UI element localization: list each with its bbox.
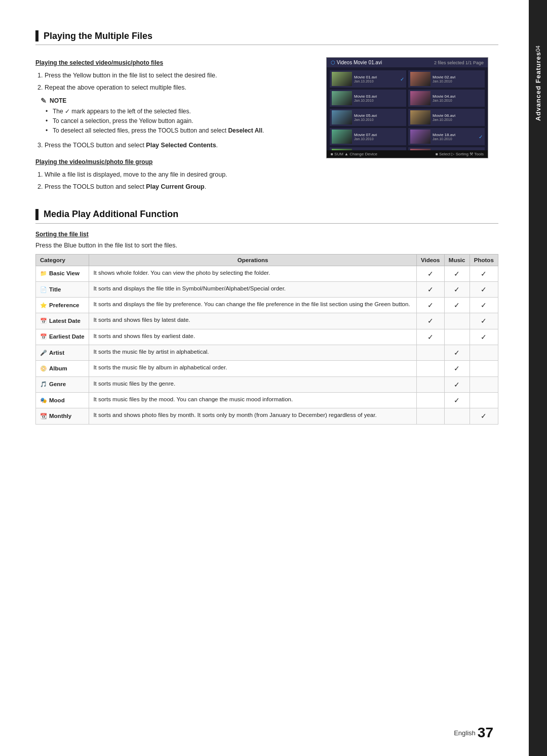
tv-item-date: Jan.10.2010 bbox=[433, 137, 477, 141]
step-2: Repeat the above operation to select mul… bbox=[45, 82, 311, 93]
chapter-number: 04 bbox=[535, 46, 541, 52]
videos-check: ✓ bbox=[416, 298, 444, 313]
subsec2-step-2: Press the TOOLS button and select Play C… bbox=[45, 182, 311, 192]
tv-item-info: Movie 05.avi Jan.10.2010 bbox=[354, 113, 404, 121]
music-check: ✓ bbox=[444, 361, 470, 376]
cat-cell: 📄Title bbox=[36, 281, 89, 297]
tv-item-check: ✓ bbox=[400, 76, 404, 82]
cat-icon: 📁 bbox=[40, 270, 47, 276]
videos-check: ✓ bbox=[416, 313, 444, 329]
note-item-2: To cancel a selection, press the Yellow … bbox=[46, 116, 311, 126]
description-cell: It sorts and displays the file by prefer… bbox=[89, 298, 416, 313]
music-check bbox=[444, 313, 470, 329]
videos-check bbox=[416, 345, 444, 361]
cat-cell: 📁Basic View bbox=[36, 266, 89, 281]
tv-item-info: Movie 01.avi Jan.13.2010 bbox=[354, 75, 398, 83]
table-row: 🎵Genre It sorts music files by the genre… bbox=[36, 376, 498, 392]
tv-header: ⬡ Videos Movie 01.avi 2 files selected 1… bbox=[327, 58, 488, 67]
tv-footer-right: ■ Select ▷ Sorting ⚒ Tools bbox=[436, 152, 484, 156]
tv-item-info: Movie 06.avi Jan.10.2010 bbox=[433, 113, 483, 121]
table-row: ⭐Preference It sorts and displays the fi… bbox=[36, 298, 498, 313]
tv-item: Movie 04.avi Jan.10.2010 bbox=[408, 90, 485, 107]
photos-check: ✓ bbox=[470, 266, 498, 281]
tv-item-info: Movie 04.avi Jan.10.2010 bbox=[433, 94, 483, 102]
tv-item-name: Movie 05.avi bbox=[354, 113, 404, 118]
description-cell: It sorts and shows photo files by month.… bbox=[89, 408, 416, 424]
cat-icon: 📅 bbox=[40, 318, 47, 324]
tv-item-name: Movie 02.avi bbox=[433, 75, 483, 79]
tv-item-name: Movie 04.avi bbox=[433, 94, 483, 99]
col-header-videos: Videos bbox=[416, 254, 444, 266]
description-cell: It sorts music files by the genre. bbox=[89, 376, 416, 392]
tv-screenshot: ⬡ Videos Movie 01.avi 2 files selected 1… bbox=[326, 57, 488, 158]
cat-icon: 🎭 bbox=[40, 397, 47, 403]
tv-item-name: Movie 03.avi bbox=[354, 94, 404, 99]
section2-heading-bar bbox=[35, 209, 38, 220]
tv-item-check: ✓ bbox=[479, 134, 483, 140]
sort-table: Category Operations Videos Music Photos … bbox=[35, 254, 498, 425]
page-wrapper: Playing the Multiple Files Playing the s… bbox=[0, 0, 547, 756]
cat-cell: 📆Monthly bbox=[36, 408, 89, 424]
cat-icon: 📅 bbox=[40, 333, 47, 340]
photos-check bbox=[470, 376, 498, 392]
music-check: ✓ bbox=[444, 281, 470, 297]
videos-check bbox=[416, 392, 444, 408]
tv-item-info: Movie 18.avi Jan.10.2010 bbox=[433, 133, 477, 141]
videos-check: ✓ bbox=[416, 281, 444, 297]
subsec2-step-1: While a file list is displayed, move to … bbox=[45, 170, 311, 180]
main-content: Playing the Multiple Files Playing the s… bbox=[0, 0, 529, 756]
music-check: ✓ bbox=[444, 266, 470, 281]
subsection2-title: Playing the video/music/photo file group bbox=[35, 158, 311, 165]
sort-intro: Press the Blue button in the file list t… bbox=[35, 242, 498, 249]
sort-subsection-title: Sorting the file list bbox=[35, 231, 498, 238]
section1-title: Playing the Multiple Files bbox=[44, 31, 152, 41]
col-header-operations: Operations bbox=[89, 254, 416, 266]
table-row: 🎤Artist It sorts the music file by artis… bbox=[36, 345, 498, 361]
tv-header-title: ⬡ Videos Movie 01.avi bbox=[331, 60, 382, 65]
section1-left: Playing the selected video/music/photo f… bbox=[35, 52, 311, 194]
cat-cell: 📅Earliest Date bbox=[36, 329, 89, 345]
cat-icon: 🎤 bbox=[40, 350, 47, 356]
tv-item: Movie 01.avi Jan.13.2010 ✓ bbox=[330, 70, 406, 88]
section1-heading: Playing the Multiple Files bbox=[35, 30, 498, 45]
col-header-music: Music bbox=[444, 254, 470, 266]
table-row: 📅Latest Date It sorts and shows files by… bbox=[36, 313, 498, 329]
chapter-title: Advanced Features bbox=[534, 52, 542, 121]
tv-item-date: Jan.13.2010 bbox=[354, 79, 398, 83]
tv-thumb bbox=[410, 72, 431, 86]
col-header-category: Category bbox=[36, 254, 89, 266]
cat-icon: ⭐ bbox=[40, 302, 47, 308]
photos-check bbox=[470, 392, 498, 408]
videos-check bbox=[416, 376, 444, 392]
note-label: ✎ NOTE bbox=[41, 97, 311, 105]
videos-check bbox=[416, 408, 444, 424]
description-cell: It sorts and shows files by latest date. bbox=[89, 313, 416, 329]
tv-thumb bbox=[332, 110, 352, 124]
tv-grid: Movie 01.avi Jan.13.2010 ✓ Movie 02.avi … bbox=[327, 67, 488, 158]
cat-cell: 🎤Artist bbox=[36, 345, 89, 361]
note-items: The ✓ mark appears to the left of the se… bbox=[46, 107, 311, 136]
tv-item: Movie 06.avi Jan.10.2010 bbox=[408, 109, 485, 126]
tv-item-date: Jan.10.2010 bbox=[433, 99, 483, 102]
footer-language: English bbox=[454, 729, 476, 737]
tv-item: Movie 05.avi Jan.10.2010 bbox=[330, 109, 406, 126]
music-check: ✓ bbox=[444, 298, 470, 313]
page-footer: English 37 bbox=[454, 725, 493, 741]
description-cell: It sorts and shows files by earliest dat… bbox=[89, 329, 416, 345]
subsection2-steps: While a file list is displayed, move to … bbox=[45, 170, 311, 192]
photos-check: ✓ bbox=[470, 298, 498, 313]
note-item-1: The ✓ mark appears to the left of the se… bbox=[46, 107, 311, 116]
tv-item-date: Jan.10.2010 bbox=[354, 99, 404, 102]
photos-check bbox=[470, 345, 498, 361]
table-row: 📀Album It sorts the music file by album … bbox=[36, 361, 498, 376]
tv-item-date: Jan.10.2010 bbox=[433, 79, 483, 83]
tv-item: Movie 03.avi Jan.10.2010 bbox=[330, 90, 406, 107]
description-cell: It sorts the music file by artist in alp… bbox=[89, 345, 416, 361]
cat-icon: 🎵 bbox=[40, 381, 47, 387]
cat-icon: 📆 bbox=[40, 413, 47, 419]
subsection1-title: Playing the selected video/music/photo f… bbox=[35, 59, 311, 66]
tv-header-info: 2 files selected 1/1 Page bbox=[434, 60, 484, 65]
section-heading-bar bbox=[35, 30, 38, 41]
cat-cell: 🎭Mood bbox=[36, 392, 89, 408]
step-1: Press the Yellow button in the file list… bbox=[45, 70, 311, 80]
